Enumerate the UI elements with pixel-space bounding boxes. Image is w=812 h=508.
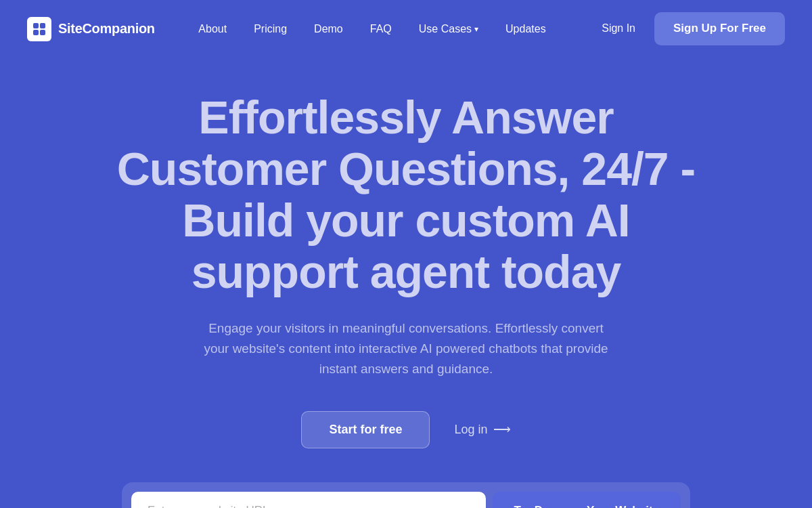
logo[interactable]: SiteCompanion	[27, 17, 155, 41]
brand-name: SiteCompanion	[58, 21, 155, 37]
svg-rect-2	[33, 30, 39, 35]
url-input[interactable]	[131, 492, 486, 508]
hero-section: Effortlessly Answer Customer Questions, …	[0, 58, 812, 508]
nav-item-pricing[interactable]: Pricing	[242, 18, 299, 41]
hero-cta: Start for free Log in ⟶	[301, 411, 510, 448]
nav-item-updates[interactable]: Updates	[493, 18, 558, 41]
sign-up-button[interactable]: Sign Up For Free	[654, 12, 785, 45]
chevron-down-icon: ▾	[474, 24, 478, 34]
navbar: SiteCompanion About Pricing Demo FAQ Use…	[0, 0, 812, 58]
nav-item-about[interactable]: About	[186, 18, 239, 41]
svg-rect-0	[33, 23, 39, 28]
logo-icon	[27, 17, 51, 41]
hero-title: Effortlessly Answer Customer Questions, …	[115, 91, 697, 298]
svg-rect-3	[40, 30, 45, 35]
nav-right: Sign In Sign Up For Free	[589, 12, 785, 45]
svg-rect-1	[40, 23, 45, 28]
nav-item-use-cases[interactable]: Use Cases ▾	[407, 18, 491, 41]
nav-links: About Pricing Demo FAQ Use Cases ▾ Updat…	[186, 18, 558, 41]
nav-item-demo[interactable]: Demo	[302, 18, 355, 41]
nav-item-faq[interactable]: FAQ	[358, 18, 404, 41]
try-demo-button[interactable]: Try Demo on Your Website	[493, 492, 681, 508]
demo-area: Try Demo on Your Website	[122, 482, 690, 508]
log-in-link[interactable]: Log in ⟶	[454, 422, 510, 437]
arrow-right-icon: ⟶	[493, 422, 511, 437]
sign-in-button[interactable]: Sign In	[589, 17, 648, 40]
hero-subtitle: Engage your visitors in meaningful conve…	[196, 318, 616, 380]
start-free-button[interactable]: Start for free	[301, 411, 430, 448]
